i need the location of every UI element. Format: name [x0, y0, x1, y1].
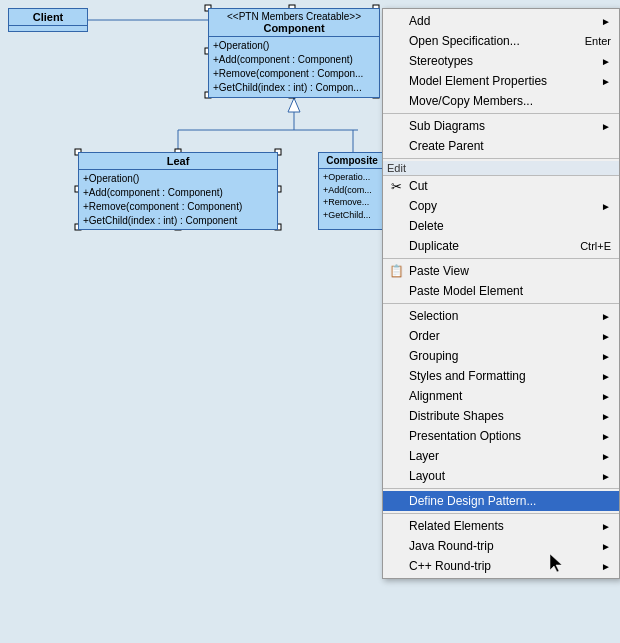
paste-icon: 📋: [387, 264, 405, 278]
arrow-icon: ►: [601, 451, 611, 462]
menu-item-layer[interactable]: Layer ►: [383, 446, 619, 466]
menu-item-paste-model-label: Paste Model Element: [409, 284, 523, 298]
menu-item-grouping-label: Grouping: [409, 349, 458, 363]
menu-item-order-label: Order: [409, 329, 440, 343]
menu-item-open-spec[interactable]: Open Specification... Enter: [383, 31, 619, 51]
duplicate-shortcut: Ctrl+E: [568, 240, 611, 252]
menu-item-copy[interactable]: Copy ►: [383, 196, 619, 216]
menu-item-cut-label: Cut: [409, 179, 428, 193]
arrow-icon: ►: [601, 311, 611, 322]
menu-item-stereotypes[interactable]: Stereotypes ►: [383, 51, 619, 71]
menu-item-selection-label: Selection: [409, 309, 458, 323]
separator-2: [383, 158, 619, 159]
menu-item-model-props[interactable]: Model Element Properties ►: [383, 71, 619, 91]
menu-item-add-label: Add: [409, 14, 430, 28]
menu-item-selection[interactable]: Selection ►: [383, 306, 619, 326]
menu-item-layout-label: Layout: [409, 469, 445, 483]
menu-item-layout[interactable]: Layout ►: [383, 466, 619, 486]
menu-item-open-spec-label: Open Specification...: [409, 34, 520, 48]
menu-item-alignment[interactable]: Alignment ►: [383, 386, 619, 406]
menu-item-styles-formatting[interactable]: Styles and Formatting ►: [383, 366, 619, 386]
menu-item-model-props-label: Model Element Properties: [409, 74, 547, 88]
menu-item-define-design-pattern[interactable]: Define Design Pattern...: [383, 491, 619, 511]
arrow-icon: ►: [601, 121, 611, 132]
uml-leaf-box[interactable]: Leaf +Operation() +Add(component : Compo…: [78, 152, 278, 230]
separator-6: [383, 513, 619, 514]
menu-item-layer-label: Layer: [409, 449, 439, 463]
arrow-icon: ►: [601, 391, 611, 402]
menu-item-define-design-pattern-label: Define Design Pattern...: [409, 494, 536, 508]
menu-item-move-copy[interactable]: Move/Copy Members...: [383, 91, 619, 111]
uml-component-box[interactable]: <<PTN Members Creatable>> Component +Ope…: [208, 8, 380, 98]
separator-4: [383, 303, 619, 304]
arrow-icon: ►: [601, 521, 611, 532]
edit-section-label: Edit: [383, 161, 619, 176]
menu-item-paste-model[interactable]: Paste Model Element: [383, 281, 619, 301]
menu-item-related-elements-label: Related Elements: [409, 519, 504, 533]
menu-item-sub-diagrams[interactable]: Sub Diagrams ►: [383, 116, 619, 136]
menu-item-grouping[interactable]: Grouping ►: [383, 346, 619, 366]
menu-item-delete-label: Delete: [409, 219, 444, 233]
arrow-icon: ►: [601, 411, 611, 422]
separator-3: [383, 258, 619, 259]
uml-client-title: Client: [9, 9, 87, 26]
uml-composite-body: +Operatio... +Add(com... +Remove... +Get…: [319, 169, 385, 223]
menu-item-sub-diagrams-label: Sub Diagrams: [409, 119, 485, 133]
menu-item-java-roundtrip-label: Java Round-trip: [409, 539, 494, 553]
menu-item-distribute-shapes[interactable]: Distribute Shapes ►: [383, 406, 619, 426]
arrow-icon: ►: [601, 56, 611, 67]
uml-composite-box[interactable]: Composite +Operatio... +Add(com... +Remo…: [318, 152, 386, 230]
menu-item-java-roundtrip[interactable]: Java Round-trip ►: [383, 536, 619, 556]
menu-item-paste-view-label: Paste View: [409, 264, 469, 278]
menu-item-duplicate[interactable]: Duplicate Ctrl+E: [383, 236, 619, 256]
arrow-icon: ►: [601, 351, 611, 362]
uml-composite-title: Composite: [319, 153, 385, 169]
menu-item-cpp-roundtrip[interactable]: C++ Round-trip ►: [383, 556, 619, 576]
separator-1: [383, 113, 619, 114]
menu-item-create-parent[interactable]: Create Parent: [383, 136, 619, 156]
uml-leaf-title: Leaf: [79, 153, 277, 170]
menu-item-cpp-roundtrip-label: C++ Round-trip: [409, 559, 491, 573]
arrow-icon: ►: [601, 201, 611, 212]
uml-leaf-body: +Operation() +Add(component : Component)…: [79, 170, 277, 230]
menu-item-create-parent-label: Create Parent: [409, 139, 484, 153]
arrow-icon: ►: [601, 76, 611, 87]
uml-component-title: <<PTN Members Creatable>> Component: [209, 9, 379, 37]
scissors-icon: ✂: [387, 179, 405, 194]
arrow-icon: ►: [601, 431, 611, 442]
svg-marker-2: [288, 98, 300, 112]
menu-item-duplicate-label: Duplicate: [409, 239, 459, 253]
arrow-icon: ►: [601, 471, 611, 482]
arrow-icon: ►: [601, 541, 611, 552]
arrow-icon: ►: [601, 371, 611, 382]
menu-item-presentation-options-label: Presentation Options: [409, 429, 521, 443]
menu-item-delete[interactable]: Delete: [383, 216, 619, 236]
arrow-icon: ►: [601, 16, 611, 27]
menu-item-presentation-options[interactable]: Presentation Options ►: [383, 426, 619, 446]
menu-item-related-elements[interactable]: Related Elements ►: [383, 516, 619, 536]
menu-item-add[interactable]: Add ►: [383, 11, 619, 31]
menu-item-paste-view[interactable]: 📋 Paste View: [383, 261, 619, 281]
separator-5: [383, 488, 619, 489]
menu-item-stereotypes-label: Stereotypes: [409, 54, 473, 68]
arrow-icon: ►: [601, 331, 611, 342]
menu-item-alignment-label: Alignment: [409, 389, 462, 403]
uml-component-body: +Operation() +Add(component : Component)…: [209, 37, 379, 97]
arrow-icon: ►: [601, 561, 611, 572]
open-spec-shortcut: Enter: [573, 35, 611, 47]
menu-item-cut[interactable]: ✂ Cut: [383, 176, 619, 196]
menu-item-styles-formatting-label: Styles and Formatting: [409, 369, 526, 383]
menu-item-move-copy-label: Move/Copy Members...: [409, 94, 533, 108]
menu-item-distribute-shapes-label: Distribute Shapes: [409, 409, 504, 423]
menu-item-copy-label: Copy: [409, 199, 437, 213]
uml-client-box[interactable]: Client: [8, 8, 88, 32]
context-menu: Add ► Open Specification... Enter Stereo…: [382, 8, 620, 579]
menu-item-order[interactable]: Order ►: [383, 326, 619, 346]
